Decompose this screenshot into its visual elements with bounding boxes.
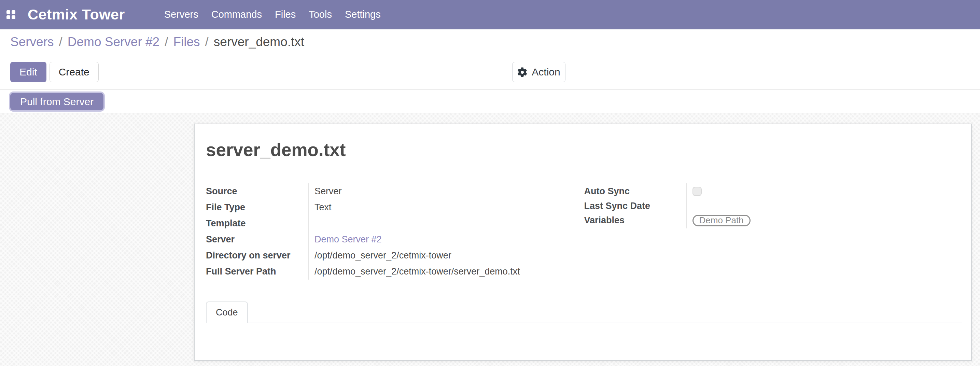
auto-sync-checkbox [692,187,702,196]
field-value-directory: /opt/demo_server_2/cetmix-tower [308,248,584,264]
record-title: server_demo.txt [206,139,345,160]
statusbar: Pull from Server [0,90,980,113]
field-row-auto-sync: Auto Sync [584,183,963,199]
field-label-file-type: File Type [206,199,308,215]
field-value-last-sync-date [686,199,963,212]
apps-grid-icon[interactable] [6,10,15,19]
app-brand[interactable]: Cetmix Tower [28,6,125,23]
field-value-file-type: Text [308,199,584,215]
control-panel: Servers / Demo Server #2 / Files / serve… [0,29,980,90]
field-label-directory: Directory on server [206,248,308,264]
gear-icon [517,67,527,77]
field-row-template: Template [206,215,584,231]
breadcrumb-separator: / [159,35,173,49]
field-row-directory: Directory on server /opt/demo_server_2/c… [206,248,584,264]
breadcrumb: Servers / Demo Server #2 / Files / serve… [10,35,304,49]
breadcrumb-demo-server[interactable]: Demo Server #2 [68,35,159,49]
field-group-right: Auto Sync Last Sync Date Variables Demo … [584,183,963,280]
tab-code[interactable]: Code [206,301,248,323]
notebook: Code [206,301,962,323]
create-button[interactable]: Create [49,62,99,82]
menu-item-files[interactable]: Files [268,0,302,29]
action-button-label: Action [532,66,560,78]
menu-item-settings[interactable]: Settings [338,0,387,29]
main-menu: Servers Commands Files Tools Settings [158,0,387,29]
field-value-source: Server [308,183,584,199]
menu-item-commands[interactable]: Commands [205,0,268,29]
field-label-source: Source [206,183,308,199]
breadcrumb-files[interactable]: Files [173,35,200,49]
field-label-template: Template [206,215,308,231]
field-value-full-path: /opt/demo_server_2/cetmix-tower/server_d… [308,264,584,280]
field-value-variables: Demo Path [686,212,963,228]
breadcrumb-separator: / [54,35,67,49]
field-row-source: Source Server [206,183,584,199]
action-button[interactable]: Action [512,62,565,82]
apps-grid-dot [6,15,10,19]
tab-bar: Code [206,301,962,323]
field-row-last-sync-date: Last Sync Date [584,199,963,212]
field-group-left: Source Server File Type Text Template Se… [206,183,584,280]
breadcrumb-servers[interactable]: Servers [10,35,54,49]
variable-tag: Demo Path [692,215,751,226]
menu-item-tools[interactable]: Tools [302,0,338,29]
field-label-full-path: Full Server Path [206,264,308,280]
field-row-file-type: File Type Text [206,199,584,215]
edit-button[interactable]: Edit [10,62,46,82]
field-label-last-sync-date: Last Sync Date [584,199,686,212]
field-row-variables: Variables Demo Path [584,212,963,228]
server-record-link[interactable]: Demo Server #2 [315,234,382,245]
menu-item-servers[interactable]: Servers [158,0,205,29]
field-value-template [308,215,584,231]
apps-grid-dot [12,15,15,19]
apps-grid-dot [6,10,10,14]
apps-grid-dot [12,10,15,14]
breadcrumb-separator: / [200,35,214,49]
field-label-variables: Variables [584,212,686,228]
field-row-full-path: Full Server Path /opt/demo_server_2/cetm… [206,264,584,280]
top-navbar: Cetmix Tower Servers Commands Files Tool… [0,0,980,29]
breadcrumb-current-file: server_demo.txt [214,35,304,49]
field-value-auto-sync [686,183,963,199]
field-groups: Source Server File Type Text Template Se… [206,183,962,280]
field-row-server: Server Demo Server #2 [206,231,584,248]
form-sheet: server_demo.txt Source Server File Type … [194,124,972,361]
form-buttons: Edit Create [10,62,99,82]
field-label-server: Server [206,231,308,248]
field-label-auto-sync: Auto Sync [584,183,686,199]
form-background: server_demo.txt Source Server File Type … [0,113,980,366]
field-value-server: Demo Server #2 [308,231,584,248]
pull-from-server-button[interactable]: Pull from Server [10,93,103,110]
